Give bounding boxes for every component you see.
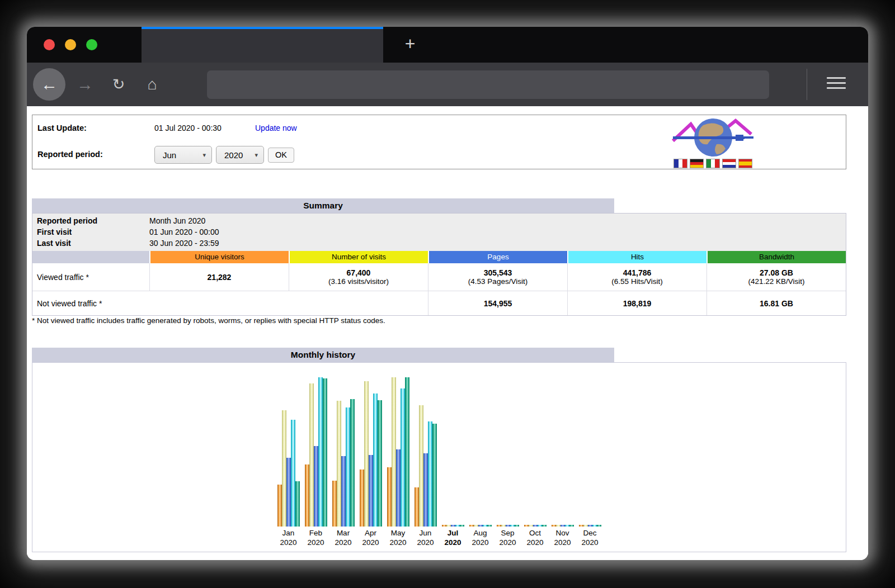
month-group: Jan2020 [275, 364, 302, 552]
header-pages: Pages [428, 251, 567, 263]
bar-pages-mar-2020 [341, 456, 346, 527]
ok-button[interactable]: OK [268, 148, 294, 163]
summary-table: Reported periodMonth Jun 2020 First visi… [32, 213, 846, 316]
header-number-of-visits: Number of visits [289, 251, 428, 263]
url-bar[interactable] [207, 70, 769, 99]
flag-italy-icon[interactable] [706, 159, 720, 168]
bar-bandwidth-may-2020 [405, 377, 409, 527]
viewed-traffic-row: Viewed traffic * 21,282 67,400(3.16 visi… [32, 263, 846, 291]
bar-unique-visitors-jun-2020 [414, 487, 419, 527]
last-update-value: 01 Jul 2020 - 00:30 [154, 124, 222, 132]
awstats-logo[interactable] [670, 116, 757, 159]
bar-hits-jun-2020 [428, 421, 432, 527]
month-axis-label: Jul2020 [439, 527, 467, 552]
info-label: First visit [32, 226, 149, 238]
bar-unique-visitors-may-2020 [387, 467, 392, 527]
bar-hits-apr-2020 [373, 393, 378, 527]
bar-pages-apr-2020 [369, 455, 373, 527]
month-axis-label: May2020 [384, 527, 412, 552]
summary-info-rows: Reported periodMonth Jun 2020 First visi… [32, 214, 846, 251]
forward-button[interactable]: → [72, 63, 98, 106]
month-group: Oct2020 [521, 364, 549, 552]
bar-unique-visitors-jan-2020 [277, 485, 282, 527]
month-group: Apr2020 [357, 364, 384, 552]
window-controls [44, 39, 97, 50]
month-group: Aug2020 [467, 364, 494, 552]
last-update-label: Last Update: [37, 124, 87, 132]
back-icon: ← [41, 75, 58, 94]
month-axis-label: Dec2020 [576, 527, 604, 552]
info-value: Month Jun 2020 [149, 215, 205, 226]
month-group: May2020 [384, 364, 412, 552]
menu-button[interactable] [827, 77, 846, 89]
bar-bandwidth-jun-2020 [432, 424, 437, 527]
month-group: Sep2020 [494, 364, 521, 552]
info-label: Reported period [32, 215, 149, 226]
new-tab-button[interactable]: + [392, 27, 428, 63]
not-viewed-traffic-row: Not viewed traffic * 154,955 198,819 16.… [32, 291, 846, 315]
home-icon: ⌂ [148, 75, 157, 93]
back-button[interactable]: ← [33, 68, 65, 101]
header-bandwidth: Bandwidth [706, 251, 846, 263]
bar-pages-may-2020 [396, 449, 401, 527]
month-axis-label: Nov2020 [549, 527, 576, 552]
active-tab[interactable] [142, 27, 383, 63]
not-viewed-empty-cell [149, 291, 428, 315]
bar-hits-mar-2020 [346, 407, 350, 527]
monthly-history-section-title: Monthly history [32, 348, 614, 362]
page-content: Last Update: 01 Jul 2020 - 00:30 Update … [27, 106, 868, 560]
month-axis-label: Aug2020 [467, 527, 494, 552]
minimize-window-button[interactable] [65, 39, 76, 50]
info-value: 01 Jun 2020 - 00:00 [149, 226, 219, 238]
month-axis-label: Jun2020 [412, 527, 439, 552]
month-group: Mar2020 [329, 364, 357, 552]
browser-window: + ← → ↻ ⌂ Last Update: 01 Jul 2020 - 00:… [27, 27, 868, 560]
bar-hits-feb-2020 [318, 377, 323, 527]
bar-pages-feb-2020 [314, 446, 318, 527]
not-viewed-traffic-label: Not viewed traffic * [32, 299, 149, 308]
chevron-down-icon: ▾ [196, 151, 206, 159]
flag-france-icon[interactable] [673, 159, 687, 168]
month-group: Nov2020 [549, 364, 576, 552]
home-button[interactable]: ⌂ [139, 63, 166, 106]
info-label: Last visit [32, 238, 149, 249]
viewed-visits: 67,400 [289, 268, 428, 277]
browser-toolbar: ← → ↻ ⌂ [27, 63, 868, 106]
forward-icon: → [77, 75, 93, 94]
bar-bandwidth-jan-2020 [295, 481, 300, 527]
zoom-window-button[interactable] [86, 39, 97, 50]
monthly-history-table: Jan2020Feb2020Mar2020Apr2020May2020Jun20… [32, 362, 846, 552]
reload-button[interactable]: ↻ [105, 63, 132, 106]
month-axis-label: Sep2020 [494, 527, 521, 552]
viewed-bandwidth: 27.08 GB [707, 268, 846, 277]
bar-number-of-visits-mar-2020 [337, 401, 341, 527]
flag-spain-icon[interactable] [738, 159, 752, 168]
month-axis-label: Mar2020 [329, 527, 357, 552]
monthly-history-chart: Jan2020Feb2020Mar2020Apr2020May2020Jun20… [32, 363, 846, 552]
bar-number-of-visits-may-2020 [392, 377, 396, 527]
month-group: Jul2020 [439, 364, 467, 552]
month-group: Jun2020 [412, 364, 439, 552]
not-viewed-footnote: * Not viewed traffic includes traffic ge… [32, 316, 385, 325]
update-now-link[interactable]: Update now [255, 124, 297, 132]
info-value: 30 Jun 2020 - 23:59 [149, 238, 219, 249]
year-select[interactable]: 2020 ▾ [216, 146, 264, 164]
viewed-traffic-label: Viewed traffic * [32, 273, 149, 282]
bar-number-of-visits-apr-2020 [364, 381, 369, 527]
month-group: Feb2020 [302, 364, 329, 552]
not-viewed-bandwidth: 16.81 GB [707, 299, 846, 308]
month-axis-label: Feb2020 [302, 527, 329, 552]
tab-bar: + [27, 27, 868, 63]
bar-bandwidth-mar-2020 [350, 399, 355, 527]
month-axis-label: Oct2020 [521, 527, 549, 552]
flag-germany-icon[interactable] [690, 159, 704, 168]
month-select[interactable]: Jun ▾ [154, 146, 212, 164]
month-group: Dec2020 [576, 364, 604, 552]
flag-netherlands-icon[interactable] [722, 159, 736, 168]
close-window-button[interactable] [44, 39, 55, 50]
bar-number-of-visits-feb-2020 [309, 383, 314, 527]
viewed-unique-visitors: 21,282 [150, 273, 289, 282]
reported-period-label: Reported period: [37, 150, 103, 159]
summary-section-title: Summary [32, 198, 614, 213]
month-axis-label: Apr2020 [357, 527, 384, 552]
